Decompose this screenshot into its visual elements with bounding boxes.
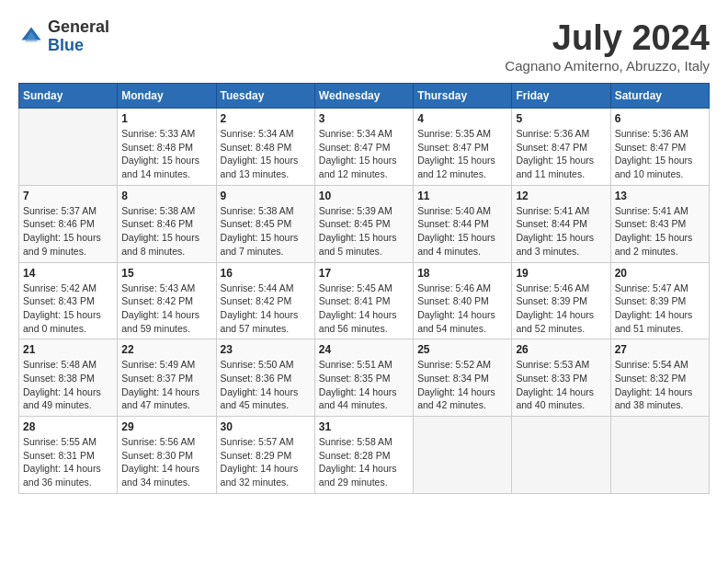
day-number: 18 — [417, 267, 507, 280]
calendar-cell: 25Sunrise: 5:52 AMSunset: 8:34 PMDayligh… — [414, 339, 512, 417]
header-day-friday: Friday — [512, 84, 610, 109]
day-number: 9 — [221, 190, 311, 202]
calendar-cell: 11Sunrise: 5:40 AMSunset: 8:44 PMDayligh… — [414, 185, 512, 262]
day-info: Sunrise: 5:46 AMSunset: 8:39 PMDaylight:… — [516, 282, 606, 336]
day-number: 10 — [319, 190, 409, 202]
calendar-cell: 8Sunrise: 5:38 AMSunset: 8:46 PMDaylight… — [118, 185, 216, 262]
day-info: Sunrise: 5:37 AMSunset: 8:46 PMDaylight:… — [23, 204, 113, 259]
day-number: 17 — [319, 267, 409, 280]
day-info: Sunrise: 5:50 AMSunset: 8:36 PMDaylight:… — [221, 358, 311, 412]
day-info: Sunrise: 5:41 AMSunset: 8:43 PMDaylight:… — [615, 204, 705, 259]
calendar-cell: 24Sunrise: 5:51 AMSunset: 8:35 PMDayligh… — [314, 339, 413, 417]
day-info: Sunrise: 5:33 AMSunset: 8:48 PMDaylight:… — [121, 127, 211, 181]
calendar-cell: 4Sunrise: 5:35 AMSunset: 8:47 PMDaylight… — [414, 109, 512, 186]
day-info: Sunrise: 5:38 AMSunset: 8:45 PMDaylight:… — [221, 204, 311, 259]
calendar-cell: 10Sunrise: 5:39 AMSunset: 8:45 PMDayligh… — [314, 185, 413, 262]
calendar-cell: 26Sunrise: 5:53 AMSunset: 8:33 PMDayligh… — [512, 339, 610, 417]
calendar-cell: 5Sunrise: 5:36 AMSunset: 8:47 PMDaylight… — [512, 109, 610, 186]
day-info: Sunrise: 5:38 AMSunset: 8:46 PMDaylight:… — [121, 204, 211, 259]
day-number: 4 — [417, 112, 507, 125]
day-info: Sunrise: 5:58 AMSunset: 8:28 PMDaylight:… — [319, 435, 409, 489]
week-row-1: 1Sunrise: 5:33 AMSunset: 8:48 PMDaylight… — [19, 109, 710, 186]
day-number: 31 — [319, 420, 409, 433]
day-number: 13 — [615, 190, 705, 202]
calendar-cell: 14Sunrise: 5:42 AMSunset: 8:43 PMDayligh… — [19, 262, 118, 339]
calendar-cell: 3Sunrise: 5:34 AMSunset: 8:47 PMDaylight… — [314, 109, 413, 186]
location: Cagnano Amiterno, Abruzzo, Italy — [505, 58, 710, 74]
day-info: Sunrise: 5:46 AMSunset: 8:40 PMDaylight:… — [417, 282, 507, 336]
calendar-cell: 20Sunrise: 5:47 AMSunset: 8:39 PMDayligh… — [610, 262, 709, 339]
calendar-cell: 7Sunrise: 5:37 AMSunset: 8:46 PMDaylight… — [19, 185, 118, 262]
month-title: July 2024 — [505, 18, 710, 58]
day-number: 11 — [417, 190, 507, 202]
day-number: 30 — [221, 420, 311, 433]
day-info: Sunrise: 5:43 AMSunset: 8:42 PMDaylight:… — [121, 282, 211, 336]
calendar-cell: 22Sunrise: 5:49 AMSunset: 8:37 PMDayligh… — [118, 339, 216, 417]
week-row-2: 7Sunrise: 5:37 AMSunset: 8:46 PMDaylight… — [19, 185, 710, 262]
calendar-table: SundayMondayTuesdayWednesdayThursdayFrid… — [18, 83, 710, 494]
header: General Blue July 2024 Cagnano Amiterno,… — [18, 18, 710, 74]
day-number: 28 — [23, 420, 113, 433]
day-info: Sunrise: 5:36 AMSunset: 8:47 PMDaylight:… — [615, 127, 705, 181]
day-info: Sunrise: 5:40 AMSunset: 8:44 PMDaylight:… — [417, 204, 507, 259]
logo: General Blue — [18, 18, 109, 55]
day-number: 29 — [121, 420, 211, 433]
day-info: Sunrise: 5:54 AMSunset: 8:32 PMDaylight:… — [615, 358, 705, 412]
header-day-sunday: Sunday — [19, 84, 118, 109]
title-area: July 2024 Cagnano Amiterno, Abruzzo, Ita… — [505, 18, 710, 74]
day-number: 21 — [23, 343, 113, 356]
calendar-cell: 23Sunrise: 5:50 AMSunset: 8:36 PMDayligh… — [216, 339, 314, 417]
week-row-3: 14Sunrise: 5:42 AMSunset: 8:43 PMDayligh… — [19, 262, 710, 339]
day-number: 2 — [221, 112, 311, 125]
day-info: Sunrise: 5:34 AMSunset: 8:48 PMDaylight:… — [221, 127, 311, 181]
day-number: 8 — [121, 190, 211, 202]
calendar-cell: 29Sunrise: 5:56 AMSunset: 8:30 PMDayligh… — [118, 417, 216, 494]
day-info: Sunrise: 5:56 AMSunset: 8:30 PMDaylight:… — [121, 435, 211, 489]
header-day-wednesday: Wednesday — [314, 84, 413, 109]
day-info: Sunrise: 5:47 AMSunset: 8:39 PMDaylight:… — [615, 282, 705, 336]
calendar-cell: 17Sunrise: 5:45 AMSunset: 8:41 PMDayligh… — [314, 262, 413, 339]
day-info: Sunrise: 5:52 AMSunset: 8:34 PMDaylight:… — [417, 358, 507, 412]
calendar-cell: 13Sunrise: 5:41 AMSunset: 8:43 PMDayligh… — [610, 185, 709, 262]
header-day-thursday: Thursday — [414, 84, 512, 109]
calendar-cell — [19, 109, 118, 186]
calendar-cell: 16Sunrise: 5:44 AMSunset: 8:42 PMDayligh… — [216, 262, 314, 339]
day-number: 7 — [23, 190, 113, 202]
calendar-cell — [610, 417, 709, 494]
day-info: Sunrise: 5:39 AMSunset: 8:45 PMDaylight:… — [319, 204, 409, 259]
calendar-cell: 19Sunrise: 5:46 AMSunset: 8:39 PMDayligh… — [512, 262, 610, 339]
calendar-cell: 12Sunrise: 5:41 AMSunset: 8:44 PMDayligh… — [512, 185, 610, 262]
calendar-cell: 9Sunrise: 5:38 AMSunset: 8:45 PMDaylight… — [216, 185, 314, 262]
day-number: 5 — [516, 112, 606, 125]
day-number: 23 — [221, 343, 311, 356]
calendar-cell: 28Sunrise: 5:55 AMSunset: 8:31 PMDayligh… — [19, 417, 118, 494]
calendar-cell — [512, 417, 610, 494]
header-day-saturday: Saturday — [610, 84, 709, 109]
calendar-cell: 6Sunrise: 5:36 AMSunset: 8:47 PMDaylight… — [610, 109, 709, 186]
calendar-cell: 15Sunrise: 5:43 AMSunset: 8:42 PMDayligh… — [118, 262, 216, 339]
day-info: Sunrise: 5:44 AMSunset: 8:42 PMDaylight:… — [221, 282, 311, 336]
calendar-cell: 18Sunrise: 5:46 AMSunset: 8:40 PMDayligh… — [414, 262, 512, 339]
day-info: Sunrise: 5:36 AMSunset: 8:47 PMDaylight:… — [516, 127, 606, 181]
day-info: Sunrise: 5:42 AMSunset: 8:43 PMDaylight:… — [23, 282, 113, 336]
day-info: Sunrise: 5:51 AMSunset: 8:35 PMDaylight:… — [319, 358, 409, 412]
calendar-cell — [414, 417, 512, 494]
day-number: 22 — [121, 343, 211, 356]
day-info: Sunrise: 5:34 AMSunset: 8:47 PMDaylight:… — [319, 127, 409, 181]
day-info: Sunrise: 5:45 AMSunset: 8:41 PMDaylight:… — [319, 282, 409, 336]
day-number: 26 — [516, 343, 606, 356]
calendar-cell: 21Sunrise: 5:48 AMSunset: 8:38 PMDayligh… — [19, 339, 118, 417]
day-number: 25 — [417, 343, 507, 356]
day-number: 12 — [516, 190, 606, 202]
day-number: 14 — [23, 267, 113, 280]
calendar-cell: 27Sunrise: 5:54 AMSunset: 8:32 PMDayligh… — [610, 339, 709, 417]
day-number: 3 — [319, 112, 409, 125]
day-number: 15 — [121, 267, 211, 280]
logo-text: General Blue — [48, 18, 109, 55]
header-day-monday: Monday — [118, 84, 216, 109]
header-row: SundayMondayTuesdayWednesdayThursdayFrid… — [19, 84, 710, 109]
calendar-cell: 30Sunrise: 5:57 AMSunset: 8:29 PMDayligh… — [216, 417, 314, 494]
logo-icon — [18, 24, 44, 50]
calendar-header: SundayMondayTuesdayWednesdayThursdayFrid… — [19, 84, 710, 109]
day-number: 24 — [319, 343, 409, 356]
